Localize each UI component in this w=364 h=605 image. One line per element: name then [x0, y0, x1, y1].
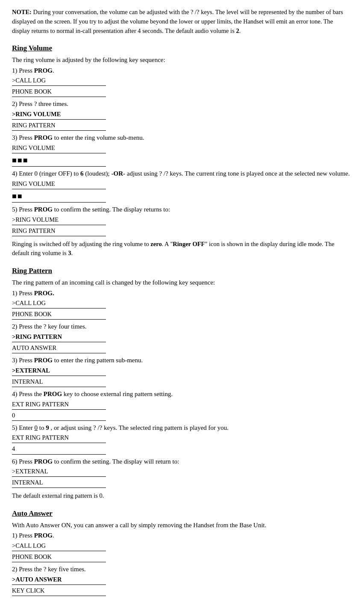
ring-pattern-step5: 5) Enter 0 to 9 , or adjust using ? /? k… [12, 423, 352, 433]
auto-answer-display2: >AUTO ANSWER KEY CLICK [12, 575, 352, 596]
auto-answer-display1: >CALL LOG PHONE BOOK [12, 541, 352, 562]
auto-answer-step1: 1) Press PROG. [12, 531, 352, 540]
display-ring-volume-menu: >RING VOLUME [12, 109, 106, 120]
aa-display-key-click: KEY CLICK [12, 586, 106, 596]
ring-volume-display4: RING VOLUME ■■ [12, 179, 352, 203]
display-ring-volume-label: RING VOLUME [12, 143, 106, 153]
display-ring-pattern-menu: RING PATTERN [12, 120, 106, 131]
aa-display-auto-answer: >AUTO ANSWER [12, 575, 106, 585]
ring-pattern-title: Ring Pattern [12, 266, 352, 276]
rp-display-ext-value0: 0 [12, 411, 106, 421]
ring-volume-section: Ring Volume The ring volume is adjusted … [12, 43, 352, 258]
note-content: During your conversation, the volume can… [12, 9, 343, 34]
display-phone-book: PHONE BOOK [12, 87, 106, 97]
ring-pattern-intro: The ring pattern of an incoming call is … [12, 278, 352, 288]
ring-volume-step2: 2) Press ? three times. [12, 100, 352, 109]
note-block: NOTE: During your conversation, the volu… [12, 8, 352, 35]
ring-volume-display1: >CALL LOG PHONE BOOK [12, 76, 352, 97]
ring-volume-step4: 4) Enter 0 (ringer OFF) to 6 (loudest); … [12, 169, 352, 179]
note-text: NOTE: During your conversation, the volu… [12, 8, 352, 35]
ring-volume-step5: 5) Press PROG to confirm the setting. Th… [12, 205, 352, 214]
auto-answer-step2: 2) Press the ? key five times. [12, 565, 352, 574]
ring-volume-display3: RING VOLUME ■■■ [12, 143, 352, 167]
rp-display-ext-value4: 4 [12, 444, 106, 454]
ring-pattern-display1: >CALL LOG PHONE BOOK [12, 298, 352, 320]
rp-display-phone-book: PHONE BOOK [12, 309, 106, 320]
ring-volume-title: Ring Volume [12, 43, 352, 54]
ring-pattern-display2: >RING PATTERN AUTO ANSWER [12, 332, 352, 353]
ring-pattern-step1: 1) Press PROG. [12, 289, 352, 298]
auto-answer-section: Auto Answer With Auto Answer ON, you can… [12, 508, 352, 596]
ring-volume-remark: Ringing is switched off by adjusting the… [12, 240, 352, 258]
display-call-log: >CALL LOG [12, 76, 106, 86]
display-ring-volume-label2: RING VOLUME [12, 179, 106, 189]
display-ring-volume-bars2: ■■ [12, 190, 106, 203]
ring-pattern-section: Ring Pattern The ring pattern of an inco… [12, 266, 352, 501]
ring-pattern-display5: EXT RING PATTERN 4 [12, 433, 352, 454]
rp-display-call-log: >CALL LOG [12, 298, 106, 308]
display-ring-volume-return2: RING PATTERN [12, 226, 106, 236]
ring-pattern-display6: >EXTERNAL INTERNAL [12, 467, 352, 488]
ring-pattern-step2: 2) Press the ? key four times. [12, 322, 352, 332]
rp-display-ext-ring-pattern2: EXT RING PATTERN [12, 433, 106, 443]
rp-display-external-return: >EXTERNAL [12, 467, 106, 477]
ring-pattern-display4: EXT RING PATTERN 0 [12, 399, 352, 421]
aa-display-call-log: >CALL LOG [12, 541, 106, 551]
display-ring-volume-return1: >RING VOLUME [12, 215, 106, 225]
ring-pattern-remark: The default external ring pattern is 0. [12, 491, 352, 501]
ring-volume-intro: The ring volume is adjusted by the follo… [12, 56, 352, 65]
rp-display-ext-ring-pattern: EXT RING PATTERN [12, 399, 106, 410]
ring-pattern-step3: 3) Press PROG to enter the ring pattern … [12, 356, 352, 365]
auto-answer-intro: With Auto Answer ON, you can answer a ca… [12, 521, 352, 530]
display-ring-volume-bars3: ■■■ [12, 154, 106, 167]
ring-pattern-step4: 4) Press the PROG key to choose external… [12, 390, 352, 399]
ring-volume-step3: 3) Press PROG to enter the ring volume s… [12, 133, 352, 143]
ring-pattern-display3: >EXTERNAL INTERNAL [12, 366, 352, 387]
ring-volume-step1: 1) Press PROG. [12, 66, 352, 76]
aa-display-phone-book: PHONE BOOK [12, 552, 106, 562]
rp-display-external: >EXTERNAL [12, 366, 106, 376]
ring-pattern-step6: 6) Press PROG to confirm the setting. Th… [12, 457, 352, 467]
rp-display-ring-pattern: >RING PATTERN [12, 332, 106, 342]
ring-volume-display2: >RING VOLUME RING PATTERN [12, 109, 352, 131]
rp-display-internal-return: INTERNAL [12, 478, 106, 488]
note-label: NOTE: [12, 9, 32, 15]
auto-answer-title: Auto Answer [12, 508, 352, 519]
ring-volume-display5: >RING VOLUME RING PATTERN [12, 215, 352, 236]
rp-display-auto-answer: AUTO ANSWER [12, 343, 106, 353]
rp-display-internal: INTERNAL [12, 377, 106, 387]
